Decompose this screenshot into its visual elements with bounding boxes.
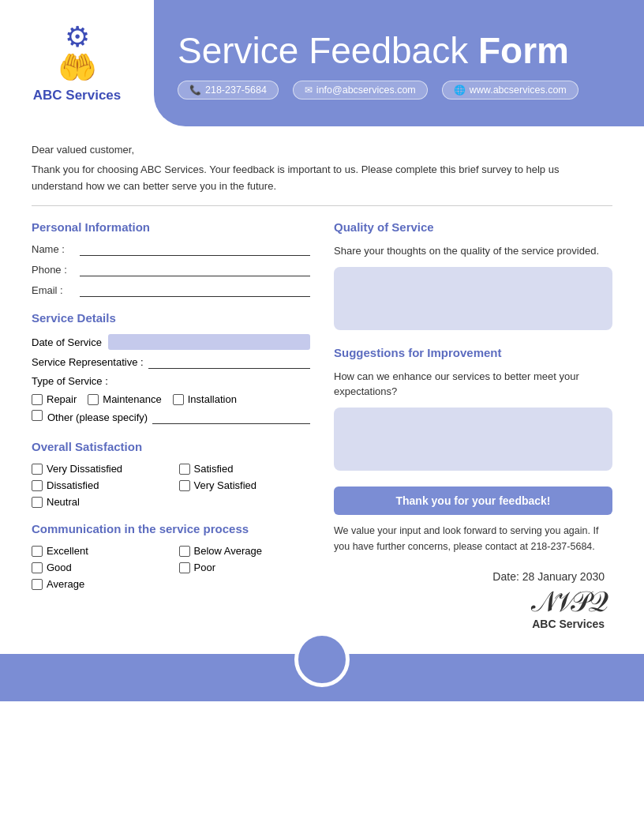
installation-checkbox[interactable] — [173, 394, 184, 405]
service-details-title: Service Details — [32, 311, 310, 325]
other-input[interactable] — [152, 411, 310, 424]
repair-checkbox[interactable] — [32, 394, 43, 405]
phone-input[interactable] — [80, 264, 310, 276]
good-label: Good — [47, 562, 72, 573]
service-details-section: Service Details Date of Service Service … — [32, 311, 310, 424]
signature-area: Date: 28 January 2030 𝒩𝒱𝒫𝒬 ABC Services — [334, 570, 612, 630]
name-field-row: Name : — [32, 243, 310, 256]
divider — [32, 205, 612, 206]
thank-you-text: We value your input and look forward to … — [334, 523, 612, 554]
signature-name: ABC Services — [334, 618, 605, 630]
quality-textarea[interactable] — [334, 267, 612, 330]
good-item: Good — [32, 562, 163, 573]
below-average-checkbox[interactable] — [179, 546, 190, 557]
communication-section: Communication in the service process Exc… — [32, 522, 310, 590]
header-title: Service Feedback Form — [178, 31, 620, 71]
satisfaction-title: Overall Satisfaction — [32, 440, 310, 453]
logo-icon: ⚙ 🤲 — [58, 23, 97, 83]
neutral-label: Neutral — [47, 496, 80, 508]
repair-label: Repair — [47, 393, 77, 405]
hand-icon: 🤲 — [58, 51, 97, 83]
website-url: www.abcservices.com — [470, 85, 567, 96]
below-average-label: Below Average — [194, 545, 263, 557]
phone-contact: 📞 218-237-5684 — [178, 81, 279, 100]
signature-image: 𝒩𝒱𝒫𝒬 — [334, 588, 605, 616]
average-checkbox[interactable] — [32, 579, 43, 590]
phone-icon: 📞 — [189, 85, 201, 96]
installation-label: Installation — [188, 393, 237, 405]
very-satisfied-label: Very Satisfied — [194, 479, 257, 491]
very-satisfied-checkbox[interactable] — [179, 480, 190, 491]
very-satisfied-item: Very Satisfied — [179, 479, 311, 491]
type-label: Type of Service : — [32, 375, 310, 387]
email-icon: ✉ — [305, 85, 313, 96]
satisfied-checkbox[interactable] — [179, 464, 190, 475]
gear-icon: ⚙ — [65, 23, 90, 51]
communication-title: Communication in the service process — [32, 522, 310, 535]
header-right: Service Feedback Form 📞 218-237-5684 ✉ i… — [154, 0, 644, 126]
poor-item: Poor — [179, 562, 311, 573]
suggestions-textarea[interactable] — [334, 408, 612, 471]
poor-label: Poor — [194, 562, 215, 573]
other-checkbox[interactable] — [32, 410, 43, 421]
communication-grid: Excellent Below Average Good Poor — [32, 545, 310, 590]
personal-info-section: Personal Information Name : Phone : Emai… — [32, 220, 310, 297]
personal-info-title: Personal Information — [32, 220, 310, 234]
installation-checkbox-item: Installation — [173, 393, 237, 405]
quality-title: Quality of Service — [334, 220, 612, 234]
maintenance-checkbox[interactable] — [88, 394, 99, 405]
dissatisfied-checkbox[interactable] — [32, 480, 43, 491]
thank-you-banner: Thank you for your feedback! — [334, 486, 612, 515]
globe-icon: 🌐 — [454, 85, 466, 96]
date-label: Date of Service — [32, 336, 102, 348]
footer — [0, 654, 644, 701]
email-label: Email : — [32, 284, 75, 296]
title-light: Service Feedback — [178, 30, 478, 71]
other-label: Other (please specify) — [47, 411, 148, 423]
name-input[interactable] — [80, 243, 310, 256]
rep-input[interactable] — [148, 356, 310, 369]
website-contact: 🌐 www.abcservices.com — [442, 81, 578, 100]
average-item: Average — [32, 578, 163, 590]
date-row: Date of Service — [32, 334, 310, 350]
satisfied-item: Satisfied — [179, 463, 311, 475]
phone-label: Phone : — [32, 264, 75, 276]
satisfaction-grid: Very Dissatisfied Satisfied Dissatisfied… — [32, 463, 310, 508]
header-contact: 📞 218-237-5684 ✉ info@abcservices.com 🌐 … — [178, 81, 620, 100]
body: Dear valued customer, Thank you for choo… — [0, 126, 644, 630]
right-column: Quality of Service Share your thoughts o… — [334, 220, 612, 630]
excellent-label: Excellent — [47, 545, 88, 557]
intro-text: Dear valued customer, Thank you for choo… — [32, 142, 612, 194]
average-label: Average — [47, 578, 84, 590]
quality-description: Share your thoughts on the quality of th… — [334, 243, 612, 259]
very-dissatisfied-checkbox[interactable] — [32, 464, 43, 475]
quality-section: Quality of Service Share your thoughts o… — [334, 220, 612, 333]
email-input[interactable] — [80, 284, 310, 297]
good-checkbox[interactable] — [32, 562, 43, 573]
phone-number: 218-237-5684 — [205, 85, 267, 96]
poor-checkbox[interactable] — [179, 562, 190, 573]
left-column: Personal Information Name : Phone : Emai… — [32, 220, 310, 630]
satisfaction-section: Overall Satisfaction Very Dissatisfied S… — [32, 440, 310, 508]
logo-area: ⚙ 🤲 ABC Services — [0, 0, 154, 126]
email-field-row: Email : — [32, 284, 310, 297]
name-label: Name : — [32, 243, 75, 255]
logo-text: ABC Services — [33, 88, 122, 103]
excellent-checkbox[interactable] — [32, 546, 43, 557]
signature-date: Date: 28 January 2030 — [334, 570, 605, 583]
excellent-item: Excellent — [32, 545, 163, 557]
repair-checkbox-item: Repair — [32, 393, 77, 405]
service-type-row: Repair Maintenance Installation — [32, 393, 310, 405]
satisfied-label: Satisfied — [194, 463, 234, 475]
suggestions-description: How can we enhance our services to bette… — [334, 369, 612, 400]
maintenance-label: Maintenance — [103, 393, 161, 405]
neutral-checkbox[interactable] — [32, 497, 43, 508]
title-bold: Form — [478, 30, 569, 71]
maintenance-checkbox-item: Maintenance — [88, 393, 161, 405]
intro-line1: Dear valued customer, — [32, 142, 612, 159]
suggestions-title: Suggestions for Improvement — [334, 346, 612, 359]
very-dissatisfied-item: Very Dissatisfied — [32, 463, 163, 475]
date-field[interactable] — [108, 334, 310, 350]
below-average-item: Below Average — [179, 545, 311, 557]
suggestions-section: Suggestions for Improvement How can we e… — [334, 346, 612, 474]
